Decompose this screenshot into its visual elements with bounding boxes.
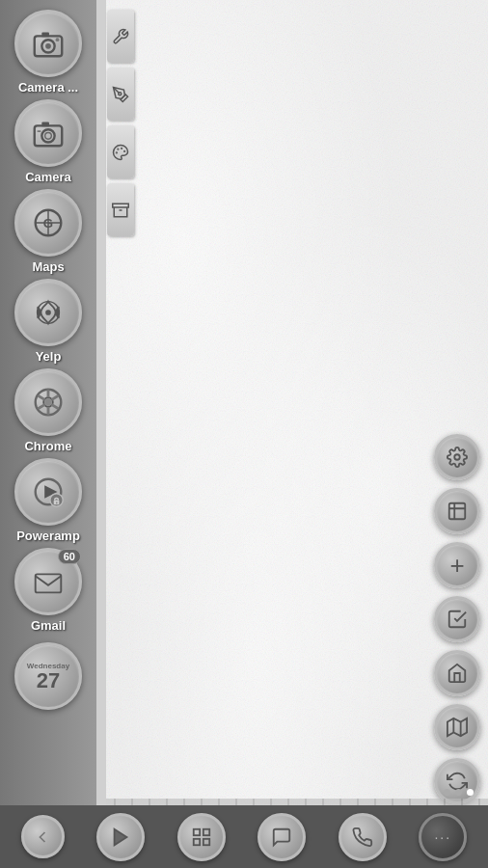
yelp-label: Yelp [36, 349, 62, 364]
chrome-label: Chrome [24, 439, 71, 453]
svg-text:G: G [43, 216, 53, 231]
back-nav-button[interactable] [21, 815, 65, 858]
svg-rect-35 [194, 828, 200, 834]
select-action-button[interactable] [434, 488, 480, 534]
more-nav-button[interactable]: ··· [419, 813, 467, 861]
dot-3 [467, 789, 474, 796]
more-dots-icon: ··· [434, 829, 451, 845]
right-action-buttons: + [434, 434, 480, 804]
play-store-nav-button[interactable] [96, 813, 145, 861]
svg-point-24 [124, 150, 125, 151]
paint-tool-button[interactable] [107, 68, 134, 121]
gmail-badge: 60 [58, 549, 81, 564]
svg-rect-36 [203, 828, 209, 834]
svg-rect-30 [449, 503, 466, 520]
yelp-icon[interactable] [14, 279, 82, 346]
maps-label: Maps [32, 259, 64, 274]
svg-rect-27 [113, 203, 129, 207]
add-action-button[interactable]: + [434, 542, 480, 588]
settings-action-button[interactable] [434, 434, 480, 480]
app-item-calendar[interactable]: Wednesday 27 [5, 642, 92, 710]
svg-rect-20 [56, 502, 57, 503]
archive-tool-button[interactable] [107, 183, 134, 236]
wrench-tool-button[interactable] [107, 10, 134, 63]
app-item-camera[interactable]: Camera [5, 99, 92, 184]
svg-rect-8 [41, 122, 49, 127]
app-item-yelp[interactable]: Yelp [5, 279, 92, 364]
recycle-action-button[interactable] [434, 758, 480, 804]
svg-point-15 [44, 398, 52, 406]
hangouts-nav-button[interactable] [258, 813, 306, 861]
map-view-action-button[interactable] [434, 704, 480, 750]
svg-rect-37 [203, 838, 209, 844]
tasks-action-button[interactable] [434, 596, 480, 642]
leather-texture [106, 0, 488, 810]
dot-2 [455, 789, 462, 796]
gmail-label: Gmail [31, 618, 66, 633]
palette-tool-button[interactable] [107, 125, 134, 178]
svg-point-25 [118, 149, 119, 149]
svg-point-6 [41, 129, 54, 142]
app-item-gmail[interactable]: 60 Gmail [5, 548, 92, 633]
svg-point-29 [454, 454, 460, 460]
chrome-icon[interactable] [14, 368, 82, 436]
svg-point-4 [56, 38, 60, 41]
svg-point-23 [122, 148, 122, 149]
svg-marker-34 [115, 828, 127, 845]
bottom-navigation: ··· [0, 805, 488, 868]
app-item-camera-pro[interactable]: Camera ... [5, 10, 92, 95]
app-sidebar: Camera ... Camera G Maps [0, 0, 96, 868]
svg-point-7 [45, 133, 52, 140]
camera-label: Camera [25, 170, 71, 184]
app-item-chrome[interactable]: Chrome [5, 368, 92, 453]
svg-rect-21 [36, 574, 62, 592]
home-action-button[interactable] [434, 650, 480, 696]
page-dots [444, 789, 474, 796]
grid-nav-button[interactable] [177, 813, 226, 861]
svg-point-2 [45, 43, 51, 49]
svg-marker-31 [447, 719, 467, 736]
calendar-day-num: 27 [37, 670, 60, 692]
svg-point-12 [45, 310, 51, 315]
svg-rect-38 [194, 838, 200, 844]
camera-pro-icon[interactable] [14, 10, 82, 77]
camera-icon[interactable] [14, 99, 82, 167]
svg-rect-3 [41, 33, 49, 38]
calendar-icon[interactable]: Wednesday 27 [14, 642, 82, 710]
dot-1 [444, 789, 450, 796]
app-item-maps[interactable]: G Maps [5, 189, 92, 274]
svg-point-22 [119, 92, 122, 95]
tool-strip [106, 10, 135, 236]
camera-pro-label: Camera ... [18, 80, 78, 95]
svg-point-26 [117, 152, 118, 153]
poweramp-icon[interactable] [14, 458, 82, 526]
maps-icon[interactable]: G [14, 189, 82, 257]
gmail-icon[interactable]: 60 [14, 548, 82, 615]
app-item-poweramp[interactable]: Poweramp [5, 458, 92, 543]
whatsapp-nav-button[interactable] [339, 813, 387, 861]
poweramp-label: Poweramp [16, 529, 80, 543]
